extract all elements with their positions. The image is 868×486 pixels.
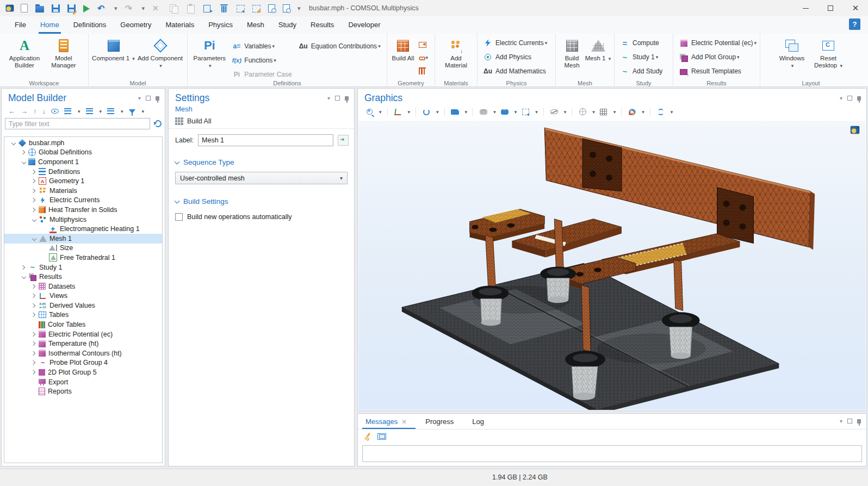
tree-item-isothermal-contours[interactable]: Isothermal Contours (ht): [4, 348, 162, 358]
panel-pin-icon[interactable]: [857, 96, 861, 101]
menu-definitions[interactable]: Definitions: [66, 16, 114, 34]
electric-potential-button[interactable]: Electric Potential (ec)▾: [675, 36, 760, 50]
redo-dropdown-icon[interactable]: ▾: [142, 5, 145, 12]
clear-messages-icon[interactable]: [364, 433, 372, 440]
parameters-button[interactable]: Pi Parameters▾: [190, 36, 228, 70]
open-file-icon[interactable]: [35, 6, 44, 13]
tree-item-electric-currents[interactable]: Electric Currents: [4, 196, 162, 205]
tree-item-derived-values[interactable]: 8.85e-12Derived Values: [4, 301, 162, 310]
tree-item-study1[interactable]: ~Study 1: [4, 263, 162, 272]
snapshot-button[interactable]: [850, 126, 860, 134]
help-button[interactable]: ?: [849, 18, 860, 30]
scene-light-icon[interactable]: [479, 107, 488, 117]
component1-button[interactable]: Component 1 ▾: [91, 36, 136, 63]
undo-dropdown-icon[interactable]: ▾: [114, 5, 117, 12]
show-icon[interactable]: [51, 109, 59, 114]
panel-float-icon[interactable]: [335, 96, 340, 101]
new-file-icon[interactable]: [21, 4, 28, 13]
menu-geometry[interactable]: Geometry: [113, 16, 158, 34]
duplicate-icon[interactable]: [203, 4, 212, 13]
tree-item-size[interactable]: Size: [4, 244, 162, 253]
build-new-operations-checkbox[interactable]: [175, 213, 183, 221]
menu-physics[interactable]: Physics: [201, 16, 240, 34]
redo-icon[interactable]: ↷: [125, 4, 134, 13]
hide-icon[interactable]: [549, 107, 559, 117]
tab-messages[interactable]: Messages✕: [365, 418, 407, 429]
add-material-button[interactable]: Add Material: [439, 36, 474, 69]
filter-icon[interactable]: [129, 109, 135, 114]
tree-item-component1[interactable]: Component 1: [4, 157, 162, 167]
run-icon[interactable]: [83, 5, 90, 13]
refresh-icon[interactable]: [154, 120, 162, 127]
tab-progress[interactable]: Progress: [425, 418, 454, 429]
undo-icon[interactable]: ↶: [97, 4, 107, 13]
panel-menu-icon[interactable]: ▾: [840, 418, 842, 424]
tree-item-2d-plot-group[interactable]: 2D Plot Group 5: [4, 367, 162, 377]
add-plot-group-button[interactable]: Add Plot Group▾: [675, 50, 743, 64]
add-component-button[interactable]: Add Component ▾: [136, 36, 185, 70]
add-physics-button[interactable]: Add Physics: [480, 50, 535, 64]
grid-icon[interactable]: [599, 107, 609, 117]
electric-currents-button[interactable]: Electric Currents▾: [480, 36, 550, 50]
menu-mesh[interactable]: Mesh: [240, 16, 271, 34]
insert-reference-button[interactable]: [338, 135, 349, 146]
cut-icon[interactable]: ✕: [152, 4, 162, 13]
panel-float-icon[interactable]: [847, 96, 852, 101]
tree-item-color-tables[interactable]: Color Tables: [4, 320, 162, 329]
menu-file[interactable]: File: [8, 16, 33, 34]
functions-button[interactable]: f(x) Functions▾: [228, 53, 295, 67]
compute-button[interactable]: = Compute: [617, 36, 662, 50]
tree-item-datasets[interactable]: Datasets: [4, 282, 162, 291]
tree-item-temperature[interactable]: Temperature (ht): [4, 339, 162, 348]
panel-float-icon[interactable]: [146, 96, 151, 101]
menu-materials[interactable]: Materials: [158, 16, 201, 34]
update-icon[interactable]: [656, 107, 666, 117]
study1-button[interactable]: ~ Study 1▾: [617, 50, 661, 64]
tree-item-tables[interactable]: Tables: [4, 310, 162, 320]
scene-color-icon[interactable]: [500, 107, 510, 117]
application-builder-button[interactable]: A Application Builder: [5, 36, 44, 69]
find-replace-icon[interactable]: [283, 4, 290, 13]
select-box-icon[interactable]: [237, 5, 245, 13]
tab-close-icon[interactable]: ✕: [401, 418, 407, 426]
save-as-icon[interactable]: [67, 4, 76, 13]
camera-icon[interactable]: [450, 107, 460, 117]
variables-button[interactable]: a= Variables▾: [228, 39, 295, 53]
tree-item-heat-transfer[interactable]: Heat Transfer in Solids: [4, 205, 162, 215]
menu-study[interactable]: Study: [271, 16, 303, 34]
transparency-icon[interactable]: [578, 107, 587, 117]
mesh-label-input[interactable]: [198, 134, 333, 146]
model-manager-button[interactable]: Model Manager: [44, 36, 83, 69]
panel-pin-icon[interactable]: [345, 96, 349, 101]
close-button[interactable]: ✕: [843, 0, 868, 16]
menu-home[interactable]: Home: [33, 16, 66, 34]
tree-item-electromagnetic-heating[interactable]: Electromagnetic Heating 1: [4, 224, 162, 234]
tree-item-busbar-mph[interactable]: busbar.mph: [4, 138, 162, 148]
copy-icon[interactable]: [169, 4, 178, 13]
geometry-import-button[interactable]: [416, 39, 431, 50]
tree-item-export[interactable]: Export: [4, 377, 162, 387]
mesh1-button[interactable]: Mesh 1 ▾: [585, 36, 611, 63]
toolbar-overflow-icon[interactable]: ▾: [297, 5, 301, 12]
move-up-icon[interactable]: ↑: [33, 107, 37, 115]
panel-menu-icon[interactable]: ▾: [327, 95, 330, 101]
graphics-canvas[interactable]: [358, 121, 866, 410]
forward-icon[interactable]: →: [21, 107, 28, 115]
zoom-icon[interactable]: [364, 107, 374, 117]
color-palette-icon[interactable]: [627, 107, 637, 117]
delete-icon[interactable]: [220, 4, 229, 13]
panel-float-icon[interactable]: [847, 419, 852, 423]
tree-item-reports[interactable]: Reports: [4, 387, 162, 396]
panel-pin-icon[interactable]: [857, 419, 861, 423]
tree-item-views[interactable]: Views: [4, 291, 162, 301]
tree-item-multiphysics[interactable]: Multiphysics: [4, 215, 162, 225]
geometry-rebuild-button[interactable]: cɔ▾: [416, 52, 431, 63]
paste-icon[interactable]: [186, 4, 195, 13]
menu-results[interactable]: Results: [303, 16, 341, 34]
tree-item-geometry1[interactable]: AGeometry 1: [4, 176, 162, 186]
panel-pin-icon[interactable]: [156, 96, 159, 101]
collapse-icon[interactable]: [64, 108, 71, 114]
messages-output[interactable]: [362, 445, 862, 462]
maximize-button[interactable]: [818, 0, 843, 16]
sequence-type-section[interactable]: Sequence Type: [169, 152, 354, 170]
